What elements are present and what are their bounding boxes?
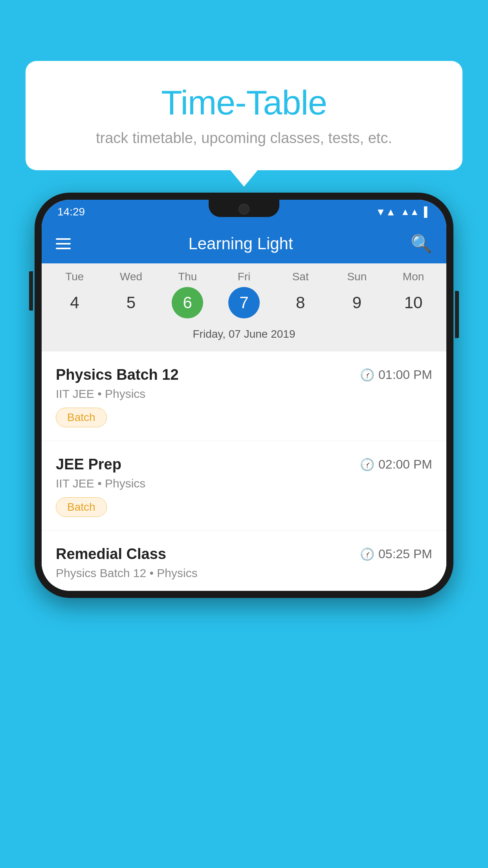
day-num-tue: 4 xyxy=(59,287,90,318)
phone-button-left xyxy=(29,271,33,311)
status-time: 14:29 xyxy=(57,206,85,218)
calendar-day-sun[interactable]: Sun 9 xyxy=(331,270,382,318)
schedule-item-1[interactable]: Physics Batch 12 🕜 01:00 PM IIT JEE • Ph… xyxy=(42,351,446,441)
status-icons: ▼▲ ▲▲ ▌ xyxy=(376,206,431,218)
day-name-thu: Thu xyxy=(178,270,197,283)
clock-icon-3: 🕜 xyxy=(360,547,374,561)
bubble-title: Time-Table xyxy=(41,83,447,123)
calendar-day-mon[interactable]: Mon 10 xyxy=(388,270,439,318)
schedule-item-3-header: Remedial Class 🕜 05:25 PM xyxy=(56,546,432,563)
phone-screen: 14:29 ▼▲ ▲▲ ▌ Learning Light 🔍 xyxy=(42,200,446,591)
day-num-fri: 7 xyxy=(228,287,260,318)
phone-frame: 14:29 ▼▲ ▲▲ ▌ Learning Light 🔍 xyxy=(35,193,453,598)
schedule-item-3-sub: Physics Batch 12 • Physics xyxy=(56,566,432,580)
speech-bubble: Time-Table track timetable, upcoming cla… xyxy=(26,61,462,170)
calendar: Tue 4 Wed 5 Thu 6 Fri 7 xyxy=(42,263,446,351)
calendar-day-thu[interactable]: Thu 6 xyxy=(162,270,213,318)
calendar-day-sat[interactable]: Sat 8 xyxy=(275,270,326,318)
app-bar: Learning Light 🔍 xyxy=(42,224,446,263)
schedule-item-1-time-text: 01:00 PM xyxy=(378,368,432,382)
schedule-item-2-time-text: 02:00 PM xyxy=(378,457,432,472)
clock-icon-2: 🕜 xyxy=(360,458,374,471)
speech-bubble-container: Time-Table track timetable, upcoming cla… xyxy=(26,61,462,170)
schedule-item-1-header: Physics Batch 12 🕜 01:00 PM xyxy=(56,366,432,383)
schedule-item-3-time-text: 05:25 PM xyxy=(378,547,432,561)
schedule-item-1-name: Physics Batch 12 xyxy=(56,366,179,383)
menu-button[interactable] xyxy=(56,238,71,249)
schedule-item-2-badge: Batch xyxy=(56,497,107,517)
calendar-day-fri[interactable]: Fri 7 xyxy=(218,270,270,318)
day-name-tue: Tue xyxy=(65,270,84,283)
signal-icon: ▲▲ xyxy=(400,206,419,217)
calendar-day-tue[interactable]: Tue 4 xyxy=(49,270,100,318)
day-num-mon: 10 xyxy=(398,287,429,318)
schedule-item-1-sub: IIT JEE • Physics xyxy=(56,387,432,401)
day-name-wed: Wed xyxy=(120,270,142,283)
schedule-item-2-name: JEE Prep xyxy=(56,456,121,473)
phone-button-right xyxy=(455,291,459,338)
calendar-days-row: Tue 4 Wed 5 Thu 6 Fri 7 xyxy=(42,270,446,318)
phone-mockup: 14:29 ▼▲ ▲▲ ▌ Learning Light 🔍 xyxy=(35,193,453,598)
schedule-item-3-name: Remedial Class xyxy=(56,546,166,563)
day-num-thu: 6 xyxy=(172,287,203,318)
schedule-item-1-time: 🕜 01:00 PM xyxy=(360,368,432,382)
day-num-sun: 9 xyxy=(341,287,372,318)
day-name-sat: Sat xyxy=(292,270,309,283)
day-num-wed: 5 xyxy=(116,287,147,318)
phone-camera xyxy=(238,204,250,215)
search-icon[interactable]: 🔍 xyxy=(411,234,432,254)
schedule-item-3-time: 🕜 05:25 PM xyxy=(360,547,432,561)
schedule-item-2-sub: IIT JEE • Physics xyxy=(56,477,432,490)
schedule-item-2[interactable]: JEE Prep 🕜 02:00 PM IIT JEE • Physics Ba… xyxy=(42,441,446,531)
schedule-list: Physics Batch 12 🕜 01:00 PM IIT JEE • Ph… xyxy=(42,351,446,591)
battery-icon: ▌ xyxy=(424,206,431,217)
day-name-sun: Sun xyxy=(347,270,367,283)
calendar-date-label: Friday, 07 June 2019 xyxy=(42,324,446,347)
schedule-item-3[interactable]: Remedial Class 🕜 05:25 PM Physics Batch … xyxy=(42,531,446,591)
clock-icon-1: 🕜 xyxy=(360,368,374,382)
bubble-subtitle: track timetable, upcoming classes, tests… xyxy=(41,130,447,147)
day-name-fri: Fri xyxy=(238,270,251,283)
day-num-sat: 8 xyxy=(285,287,316,318)
calendar-day-wed[interactable]: Wed 5 xyxy=(106,270,157,318)
day-name-mon: Mon xyxy=(403,270,424,283)
schedule-item-1-badge: Batch xyxy=(56,408,107,427)
wifi-icon: ▼▲ xyxy=(376,206,396,218)
app-title: Learning Light xyxy=(188,234,293,253)
schedule-item-2-header: JEE Prep 🕜 02:00 PM xyxy=(56,456,432,473)
schedule-item-2-time: 🕜 02:00 PM xyxy=(360,457,432,472)
